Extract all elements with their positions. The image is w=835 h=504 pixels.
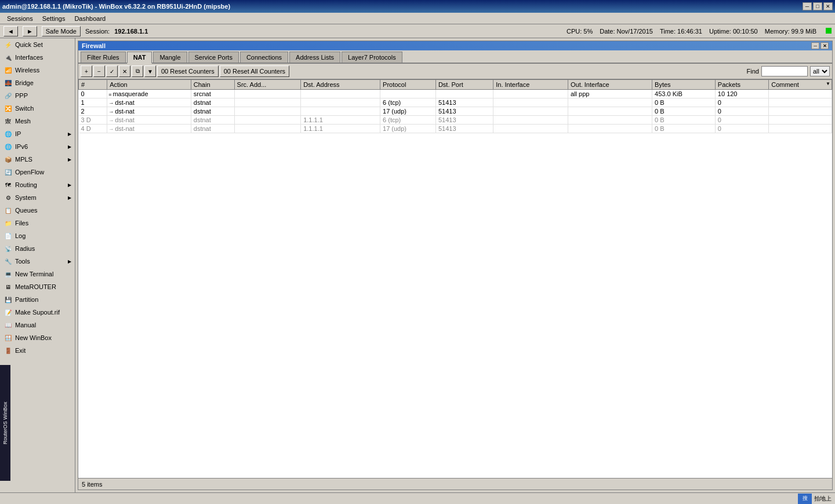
safe-mode-button[interactable]: Safe Mode — [42, 26, 81, 36]
sidebar-item-mesh[interactable]: 🕸 Mesh — [0, 115, 75, 127]
sidebar-label-openflow: OpenFlow — [15, 169, 44, 176]
sidebar-label-mesh: Mesh — [15, 118, 31, 125]
table-cell: 51413 — [435, 125, 493, 133]
reset-all-counters-button[interactable]: 00 Reset All Counters — [220, 65, 289, 77]
table-cell — [493, 90, 568, 98]
sidebar-item-bridge[interactable]: 🌉 Bridge — [0, 76, 75, 89]
bottom-winbox-icon[interactable]: 搜 — [798, 494, 812, 504]
enable-button[interactable]: ✓ — [106, 65, 118, 77]
find-input[interactable] — [761, 66, 808, 76]
status-info: CPU: 5% Date: Nov/17/2015 Time: 16:46:31… — [567, 28, 832, 35]
close-button[interactable]: ✕ — [823, 2, 833, 10]
sidebar-item-metarouter[interactable]: 🖥 MetaROUTER — [0, 280, 75, 293]
table-cell — [493, 125, 568, 133]
sidebar-item-ip[interactable]: 🌐 IP — [0, 127, 75, 140]
minimize-button[interactable]: ─ — [803, 2, 812, 10]
sidebar-item-switch[interactable]: 🔀 Switch — [0, 102, 75, 115]
add-button[interactable]: + — [81, 65, 92, 77]
find-dropdown[interactable]: all — [810, 66, 830, 76]
switch-icon: 🔀 — [3, 104, 13, 113]
filter-button[interactable]: ▼ — [144, 65, 156, 77]
table-header-row: # Action Chain Src. Add... Dst. Address … — [79, 80, 832, 90]
sidebar-item-mpls[interactable]: 📦 MPLS — [0, 153, 75, 166]
copy-button[interactable]: ⧉ — [132, 65, 143, 77]
forward-button[interactable]: ► — [23, 26, 37, 36]
table-cell: all ppp — [568, 90, 652, 98]
tab-nat[interactable]: NAT — [127, 52, 153, 64]
disable-button[interactable]: ✕ — [119, 65, 130, 77]
sidebar-item-files[interactable]: 📁 Files — [0, 217, 75, 229]
sidebar-label-files: Files — [15, 220, 28, 227]
sidebar-item-wireless[interactable]: 📶 Wireless — [0, 64, 75, 76]
sidebar-item-tools[interactable]: 🔧 Tools — [0, 255, 75, 268]
sidebar-item-ipv6[interactable]: 🌐 IPv6 — [0, 140, 75, 153]
sidebar-item-queues[interactable]: 📋 Queues — [0, 204, 75, 217]
tab-service-ports[interactable]: Service Ports — [188, 52, 239, 63]
sidebar-label-queues: Queues — [15, 207, 38, 214]
table-row[interactable]: 1→dst-natdstnat6 (tcp)514130 B0 — [79, 98, 832, 107]
table-cell: 1.1.1.1 — [301, 116, 380, 125]
sidebar-item-radius[interactable]: 📡 Radius — [0, 242, 75, 255]
bridge-icon: 🌉 — [3, 78, 13, 87]
tab-bar: Filter Rules NAT Mangle Service Ports Co… — [78, 50, 832, 64]
table-row[interactable]: 3 D→dst-natdstnat1.1.1.16 (tcp)514130 B0 — [79, 116, 832, 125]
sidebar-item-new-winbox[interactable]: 🪟 New WinBox — [0, 331, 75, 344]
menu-settings[interactable]: Settings — [38, 14, 70, 23]
sidebar-item-log[interactable]: 📄 Log — [0, 229, 75, 242]
table-cell — [769, 116, 832, 125]
main-area: ⚡ Quick Set 🔌 Interfaces 📶 Wireless 🌉 Br… — [0, 38, 835, 492]
tab-connections[interactable]: Connections — [240, 52, 288, 63]
ipv6-icon: 🌐 — [3, 142, 13, 151]
tab-address-lists[interactable]: Address Lists — [289, 52, 340, 63]
col-dst-addr: Dst. Address — [301, 80, 380, 90]
sidebar-item-openflow[interactable]: 🔄 OpenFlow — [0, 166, 75, 178]
table-cell: →dst-nat — [107, 125, 191, 133]
remove-button[interactable]: − — [93, 65, 105, 77]
reset-counters-button[interactable]: 00 Reset Counters — [157, 65, 219, 77]
sidebar-item-routing[interactable]: 🗺 Routing — [0, 178, 75, 191]
nat-rules-table: # Action Chain Src. Add... Dst. Address … — [78, 79, 832, 133]
table-cell — [234, 116, 301, 125]
tab-filter-rules[interactable]: Filter Rules — [81, 52, 126, 63]
sidebar-label-new-winbox: New WinBox — [15, 334, 52, 341]
table-cell — [380, 90, 436, 98]
tab-mangle[interactable]: Mangle — [153, 52, 187, 63]
partition-icon: 💾 — [3, 295, 13, 304]
maximize-button[interactable]: □ — [813, 2, 822, 10]
fw-minimize-button[interactable]: ─ — [811, 42, 819, 49]
col-protocol: Protocol — [380, 80, 436, 90]
mpls-icon: 📦 — [3, 155, 13, 164]
back-button[interactable]: ◄ — [3, 26, 18, 36]
session-label: Session: — [85, 28, 110, 35]
table-row[interactable]: 0=masqueradesrcnatall ppp453.0 KiB10 120 — [79, 90, 832, 98]
sidebar-item-exit[interactable]: 🚪 Exit — [0, 344, 75, 357]
sidebar-item-manual[interactable]: 📖 Manual — [0, 319, 75, 331]
sidebar-item-new-terminal[interactable]: 💻 New Terminal — [0, 268, 75, 280]
table-cell — [301, 107, 380, 116]
table-cell — [493, 107, 568, 116]
title-bar: admin@192.168.1.1 (MikroTik) - WinBox v6… — [0, 0, 835, 13]
table-cell — [234, 125, 301, 133]
table-cell — [769, 90, 832, 98]
menu-dashboard[interactable]: Dashboard — [70, 14, 110, 23]
sidebar-item-quick-set[interactable]: ⚡ Quick Set — [0, 38, 75, 51]
table-row[interactable]: 2→dst-natdstnat17 (udp)514130 B0 — [79, 107, 832, 116]
fw-close-button[interactable]: ✕ — [821, 42, 829, 49]
menu-sessions[interactable]: Sessions — [2, 14, 38, 23]
tab-layer7-protocols[interactable]: Layer7 Protocols — [342, 52, 402, 63]
mesh-icon: 🕸 — [3, 116, 13, 126]
table-cell: srcnat — [191, 90, 234, 98]
sidebar-item-ppp[interactable]: 🔗 PPP — [0, 89, 75, 102]
table-cell — [769, 107, 832, 116]
sidebar-item-partition[interactable]: 💾 Partition — [0, 293, 75, 306]
metarouter-icon: 🖥 — [3, 282, 13, 291]
sidebar-item-system[interactable]: ⚙ System — [0, 191, 75, 204]
sidebar-item-interfaces[interactable]: 🔌 Interfaces — [0, 51, 75, 64]
sidebar-label-mpls: MPLS — [15, 156, 32, 163]
sidebar-label-metarouter: MetaROUTER — [15, 283, 56, 290]
sidebar-item-make-supout[interactable]: 📝 Make Supout.rif — [0, 306, 75, 319]
sidebar-label-make-supout: Make Supout.rif — [15, 309, 60, 316]
table-cell: 51413 — [435, 116, 493, 125]
table-row[interactable]: 4 D→dst-natdstnat1.1.1.117 (udp)514130 B… — [79, 125, 832, 133]
sidebar: ⚡ Quick Set 🔌 Interfaces 📶 Wireless 🌉 Br… — [0, 38, 75, 492]
